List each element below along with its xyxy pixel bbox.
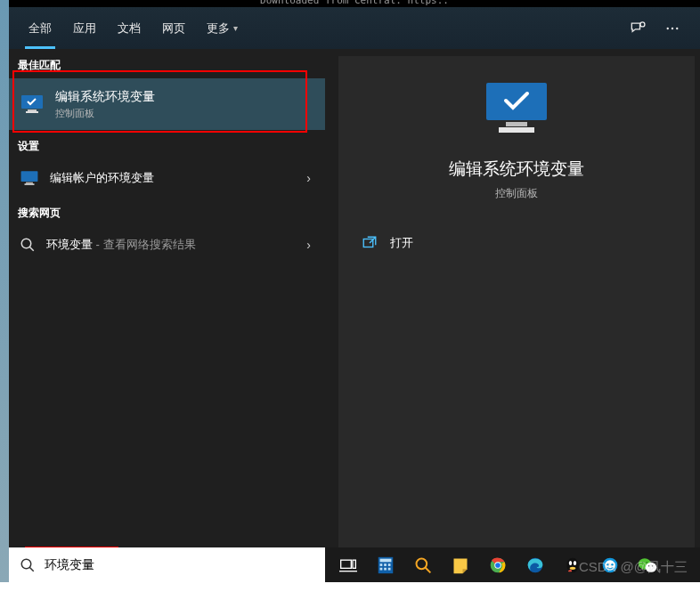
monitor-check-icon: [20, 93, 45, 115]
result-subtitle: 控制面板: [55, 107, 155, 120]
tab-more[interactable]: 更多▾: [196, 7, 248, 49]
svg-rect-27: [384, 567, 387, 570]
svg-point-29: [417, 558, 427, 569]
sticky-notes-icon[interactable]: [444, 549, 476, 581]
search-taskbar-icon[interactable]: [407, 549, 439, 581]
svg-rect-19: [353, 560, 355, 568]
svg-point-37: [574, 561, 576, 565]
svg-rect-18: [341, 560, 352, 568]
svg-point-44: [646, 562, 657, 572]
svg-rect-7: [21, 171, 38, 182]
ellipsis-icon[interactable]: [664, 20, 680, 36]
chevron-down-icon: ▾: [233, 23, 238, 33]
svg-rect-25: [388, 563, 391, 566]
result-web-search[interactable]: 环境变量 - 查看网络搜索结果 ›: [9, 226, 325, 263]
result-title: 编辑帐户的环境变量: [50, 170, 154, 186]
result-title: 编辑系统环境变量: [55, 89, 155, 105]
svg-point-41: [606, 563, 609, 565]
svg-point-3: [676, 27, 678, 28]
svg-rect-8: [26, 182, 33, 184]
desktop-edge: [0, 0, 9, 582]
chevron-right-icon: ›: [306, 238, 311, 252]
result-title: 环境变量 - 查看网络搜索结果: [46, 237, 196, 253]
monitor-check-large-icon: [479, 79, 554, 142]
svg-point-10: [21, 239, 31, 248]
task-view-icon[interactable]: [332, 549, 364, 581]
svg-rect-22: [380, 558, 392, 562]
svg-point-45: [648, 565, 650, 567]
tab-docs[interactable]: 文档: [107, 7, 151, 49]
group-best-match: 最佳匹配: [9, 49, 325, 78]
open-icon: [362, 235, 378, 251]
svg-point-0: [640, 21, 645, 26]
window-top-strip: Downloaded from central. https:.: [9, 0, 700, 7]
tab-apps[interactable]: 应用: [62, 7, 107, 49]
group-web: 搜索网页: [9, 197, 325, 226]
group-settings: 设置: [9, 130, 325, 159]
svg-rect-12: [486, 83, 547, 120]
preview-title: 编辑系统环境变量: [338, 158, 695, 181]
results-panel: 最佳匹配 编辑系统环境变量 控制面板 设置 编辑帐户的环境变量 › 搜索网页: [9, 49, 325, 547]
feedback-icon[interactable]: [629, 20, 647, 37]
svg-point-47: [642, 561, 644, 563]
action-label: 打开: [390, 235, 413, 251]
aliwangwang-icon[interactable]: [594, 549, 626, 581]
svg-rect-9: [25, 183, 35, 185]
svg-line-30: [426, 567, 431, 572]
svg-point-1: [667, 27, 669, 28]
page-background: [0, 582, 700, 608]
action-open[interactable]: 打开: [338, 226, 695, 260]
svg-line-11: [29, 247, 34, 251]
svg-point-48: [646, 561, 647, 563]
search-tabs: 全部 应用 文档 网页 更多▾: [9, 7, 700, 49]
svg-rect-6: [26, 111, 38, 113]
svg-rect-26: [380, 567, 383, 570]
tab-all[interactable]: 全部: [18, 7, 62, 49]
svg-point-33: [495, 563, 501, 568]
taskbar: [325, 547, 700, 582]
svg-point-36: [569, 561, 572, 565]
svg-rect-23: [380, 563, 383, 566]
chrome-icon[interactable]: [482, 549, 514, 581]
chevron-right-icon: ›: [306, 171, 311, 185]
svg-rect-14: [499, 127, 534, 133]
background-console-text: Downloaded from central. https:.: [260, 0, 449, 6]
svg-point-2: [672, 27, 673, 28]
edge-icon[interactable]: [519, 549, 551, 581]
search-icon: [20, 237, 36, 253]
svg-point-42: [611, 563, 614, 565]
svg-rect-24: [384, 563, 387, 566]
calculator-icon[interactable]: [370, 549, 402, 581]
svg-rect-15: [363, 239, 373, 247]
svg-point-38: [570, 566, 576, 569]
tab-web[interactable]: 网页: [151, 7, 196, 49]
preview-subtitle: 控制面板: [338, 186, 695, 201]
svg-rect-13: [506, 122, 527, 126]
svg-point-16: [21, 559, 31, 569]
svg-line-17: [29, 567, 34, 572]
qq-icon[interactable]: [557, 549, 589, 581]
monitor-icon: [20, 169, 39, 187]
search-icon: [20, 557, 36, 573]
result-edit-user-env[interactable]: 编辑帐户的环境变量 ›: [9, 159, 325, 197]
svg-point-46: [652, 565, 654, 567]
preview-panel: 编辑系统环境变量 控制面板 打开: [338, 56, 695, 547]
svg-rect-5: [28, 109, 37, 111]
wechat-icon[interactable]: [631, 549, 663, 581]
svg-point-35: [566, 557, 578, 572]
svg-rect-28: [388, 567, 391, 570]
result-edit-system-env[interactable]: 编辑系统环境变量 控制面板: [9, 78, 325, 130]
search-box[interactable]: [9, 547, 325, 582]
search-input[interactable]: [45, 558, 314, 572]
